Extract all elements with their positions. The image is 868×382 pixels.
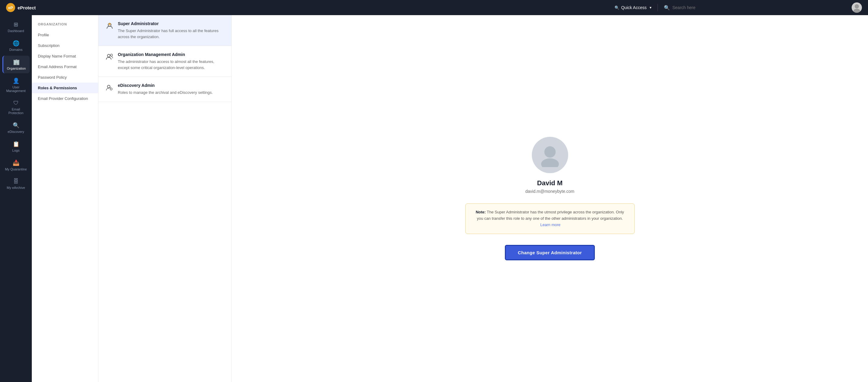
sidebar-item-organization[interactable]: 🏢 Organization (2, 56, 30, 73)
submenu-item-email-provider-config[interactable]: Email Provider Configuration (32, 93, 98, 104)
user-avatar[interactable] (851, 2, 862, 13)
submenu-item-roles-permissions[interactable]: Roles & Permissions (32, 83, 98, 93)
search-icon: 🔍 (664, 5, 670, 10)
role-card-super-admin[interactable]: Super Administrator The Super Administra… (98, 15, 231, 46)
topbar: eP eProtect 🔍 Quick Access ▾ 🔍 (0, 0, 868, 15)
note-prefix: Note: (476, 210, 486, 214)
dashboard-icon: ⊞ (13, 21, 18, 28)
app-logo: eP (6, 3, 15, 12)
svg-point-4 (107, 55, 110, 57)
svg-line-8 (110, 88, 111, 88)
sidebar-item-label: eDiscovery (7, 130, 24, 133)
role-desc: Roles to manage the archival and eDiscov… (118, 90, 213, 96)
sidebar: ⊞ Dashboard 🌐 Domains 🏢 Organization 👤 U… (0, 15, 32, 382)
svg-point-9 (544, 147, 555, 158)
role-desc: The administrator has access to almost a… (118, 59, 224, 70)
submenu-section-title: ORGANIZATION (32, 20, 98, 30)
sidebar-item-label: My Quarantine (5, 167, 27, 171)
sidebar-item-user-management[interactable]: 👤 User Management (2, 74, 30, 96)
sidebar-item-my-quarantine[interactable]: 📥 My Quarantine (2, 157, 30, 174)
submenu-item-subscription[interactable]: Subscription (32, 40, 98, 51)
topbar-divider (657, 4, 658, 11)
role-title: Super Administrator (118, 21, 224, 26)
role-card-content: Super Administrator The Super Administra… (118, 21, 224, 40)
chevron-down-icon: ▾ (650, 5, 651, 10)
organization-icon: 🏢 (13, 59, 20, 65)
super-admin-icon (106, 22, 114, 31)
svg-point-7 (110, 88, 112, 90)
role-card-content: eDiscovery Admin Roles to manage the arc… (118, 83, 213, 96)
sidebar-item-label: Logs (12, 149, 20, 152)
search-icon-small: 🔍 (615, 5, 619, 10)
sidebar-item-my-earchive[interactable]: 🗄 My eArchive (2, 175, 30, 192)
admin-email: david.m@moneybyte.com (525, 189, 574, 194)
ediscovery-icon: 🔍 (13, 122, 20, 129)
app-title: eProtect (18, 5, 36, 10)
search-bar[interactable]: 🔍 (664, 5, 845, 10)
sidebar-item-domains[interactable]: 🌐 Domains (2, 37, 30, 55)
role-title: Organization Management Admin (118, 52, 224, 57)
change-super-admin-button[interactable]: Change Super Administrator (505, 245, 595, 260)
svg-point-5 (111, 54, 113, 56)
svg-point-6 (107, 85, 110, 88)
note-text: The Super Administrator has the utmost p… (477, 210, 624, 221)
role-desc: The Super Administrator has full access … (118, 28, 224, 40)
domains-icon: 🌐 (13, 40, 20, 46)
admin-name: David M (537, 179, 562, 187)
quarantine-icon: 📥 (13, 160, 20, 166)
admin-avatar (532, 137, 568, 173)
svg-point-10 (541, 159, 559, 167)
user-management-icon: 👤 (13, 77, 20, 84)
admin-note: Note: The Super Administrator has the ut… (465, 203, 635, 234)
admin-detail-panel: David M david.m@moneybyte.com Note: The … (232, 15, 868, 382)
submenu-item-profile[interactable]: Profile (32, 30, 98, 40)
main-layout: ⊞ Dashboard 🌐 Domains 🏢 Organization 👤 U… (0, 15, 868, 382)
role-card-content: Organization Management Admin The admini… (118, 52, 224, 70)
roles-panel: Super Administrator The Super Administra… (98, 15, 232, 382)
learn-more-link[interactable]: Learn more (540, 222, 560, 227)
sidebar-item-label: Domains (9, 48, 23, 52)
email-protection-icon: 🛡 (13, 100, 19, 106)
quick-access-button[interactable]: 🔍 Quick Access ▾ (615, 5, 651, 10)
sidebar-item-label: Organization (7, 67, 26, 70)
quick-access-label: Quick Access (621, 5, 647, 10)
sidebar-item-email-protection[interactable]: 🛡 Email Protection (2, 97, 30, 118)
sidebar-item-label: Email Protection (5, 107, 27, 115)
role-title: eDiscovery Admin (118, 83, 213, 88)
svg-point-0 (855, 4, 859, 8)
submenu-item-display-name-format[interactable]: Display Name Format (32, 51, 98, 61)
logs-icon: 📋 (13, 141, 20, 148)
sidebar-item-ediscovery[interactable]: 🔍 eDiscovery (2, 119, 30, 136)
org-admin-icon (106, 53, 114, 62)
role-card-ediscovery-admin[interactable]: eDiscovery Admin Roles to manage the arc… (98, 77, 231, 102)
submenu-item-password-policy[interactable]: Password Policy (32, 72, 98, 83)
sidebar-item-logs[interactable]: 📋 Logs (2, 138, 30, 155)
svg-point-1 (854, 9, 860, 13)
sidebar-item-dashboard[interactable]: ⊞ Dashboard (2, 18, 30, 36)
submenu: ORGANIZATION Profile Subscription Displa… (32, 15, 98, 382)
content-area: Super Administrator The Super Administra… (98, 15, 868, 382)
submenu-item-email-address-format[interactable]: Email Address Format (32, 61, 98, 72)
ediscovery-admin-icon (106, 84, 114, 93)
earchive-icon: 🗄 (13, 178, 19, 185)
role-card-org-management-admin[interactable]: Organization Management Admin The admini… (98, 46, 231, 77)
sidebar-item-label: User Management (5, 85, 27, 93)
sidebar-item-label: Dashboard (8, 29, 24, 33)
search-input[interactable] (672, 5, 845, 10)
svg-marker-3 (108, 22, 111, 25)
sidebar-item-label: My eArchive (7, 186, 25, 190)
